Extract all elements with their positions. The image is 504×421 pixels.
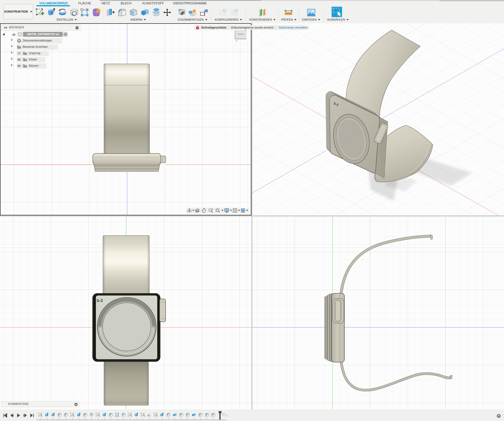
svg-text:S-3: S-3: [96, 298, 103, 303]
